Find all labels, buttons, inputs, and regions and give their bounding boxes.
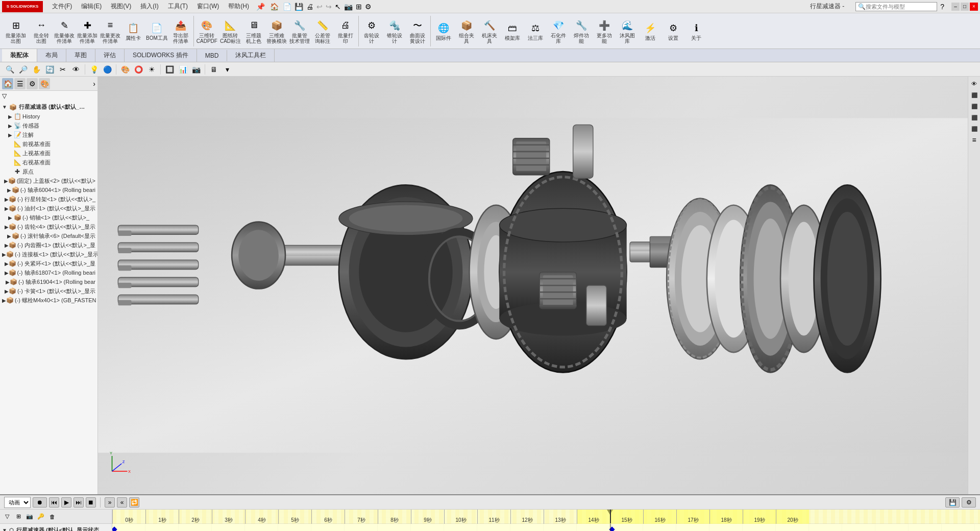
- select-icon[interactable]: ↖: [335, 3, 341, 11]
- tool-3d-cad[interactable]: 🎨 三维转CADPDF: [195, 17, 218, 45]
- minimize-button[interactable]: –: [951, 3, 960, 11]
- tool-tech-mgmt[interactable]: 🔧 批量管技术管理: [288, 17, 311, 45]
- lp-appear-icon[interactable]: 🎨: [39, 78, 50, 89]
- tool-surface[interactable]: 〜 曲面设黄设计: [406, 17, 429, 45]
- tree-item-bolt-m4x40[interactable]: ▶ 📦 (-) 螺栓M4x40<1> (GB_FASTEN: [0, 296, 97, 305]
- tree-item-sensors[interactable]: ▶ 📡 传感器: [0, 121, 97, 130]
- tree-item-planet-carrier[interactable]: ▶ 📦 (-) 行星转架<1> (默认<<默认>_: [0, 195, 97, 204]
- tl-filter-icon[interactable]: ▽: [2, 512, 12, 522]
- close-button[interactable]: ×: [970, 3, 978, 11]
- tree-item-needle-bearing[interactable]: ▶ 📦 (-) 滚针轴承<6> (Default<显示: [0, 231, 97, 240]
- maximize-button[interactable]: □: [961, 3, 969, 11]
- tool-batch-add2[interactable]: ✚ 批量添加件清单: [76, 17, 99, 45]
- tool-standard-lib[interactable]: ⚖ 法三库: [524, 20, 547, 42]
- tool-drawing[interactable]: 📐 图纸转CAD标注: [219, 17, 242, 45]
- view-scene-icon[interactable]: ⭕: [133, 64, 144, 75]
- tree-item-origin[interactable]: ▶ ✚ 原点: [0, 167, 97, 176]
- view-appearances-icon[interactable]: 🎨: [119, 64, 131, 75]
- tree-item-pin-shaft[interactable]: ▶ 📦 (-) 销轴<1> (默认<<默认>_: [0, 213, 97, 222]
- timeline-right-panel[interactable]: 0秒 1秒 2秒 3秒 4秒 5秒 6秒 7秒 8秒 9秒 10秒 11秒 12…: [112, 510, 980, 531]
- ri-color-icon[interactable]: ⬛: [969, 90, 979, 100]
- tool-chem-lib[interactable]: 💎 石化件库: [547, 17, 570, 45]
- tree-root-item[interactable]: ▼ 📦 行星减速器 (默认<默认_显示状态-1>: [0, 102, 97, 112]
- tool-more[interactable]: ➕ 更多功能: [593, 17, 616, 45]
- lp-home-icon[interactable]: 🏠: [2, 78, 13, 89]
- menu-tools[interactable]: 工具(T): [164, 1, 192, 12]
- tool-activate[interactable]: ⚡ 激活: [639, 20, 662, 42]
- ri-display-icon[interactable]: ⬛: [969, 112, 979, 123]
- tl-camera-icon[interactable]: 📷: [24, 512, 35, 522]
- view-zoom-icon[interactable]: 🔍: [4, 64, 15, 75]
- tool-print[interactable]: 🖨 批量打印: [334, 17, 357, 45]
- tree-filter-icon[interactable]: ▽: [2, 92, 7, 100]
- anim-stop-btn[interactable]: ⏹: [86, 497, 96, 508]
- tool-machine-fixture[interactable]: 🔨 机床夹具: [478, 17, 501, 45]
- tree-item-connect-plate[interactable]: ▶ 📦 (-) 连接板<1> (默认<<默认>_显示: [0, 250, 97, 259]
- tool-3d-color[interactable]: 🖥 三维题机上色: [242, 17, 265, 45]
- tree-item-annotations[interactable]: ▶ 📝 注解: [0, 130, 97, 139]
- tl-delete-icon[interactable]: 🗑: [47, 512, 57, 522]
- tool-mold-lib[interactable]: 🗃 模架库: [501, 20, 524, 42]
- ri-view-icon[interactable]: 👁: [969, 79, 979, 89]
- menu-file[interactable]: 文件(F): [48, 1, 76, 12]
- tree-item-snap-ring[interactable]: ▶ 📦 (-) 卡簧<1> (默认<<默认>_显示: [0, 286, 97, 296]
- anim-save-btn[interactable]: 💾: [945, 497, 960, 508]
- view-camera-icon[interactable]: 📷: [190, 64, 202, 75]
- anim-faster-btn[interactable]: »: [105, 497, 115, 508]
- view-zoom-select-icon[interactable]: 🔎: [17, 64, 29, 75]
- anim-loop-btn[interactable]: 🔁: [129, 497, 139, 508]
- quick-new[interactable]: 🏠: [270, 3, 279, 11]
- tl-key-icon[interactable]: 🔑: [36, 512, 46, 522]
- tree-root-expand[interactable]: ▼: [2, 104, 7, 110]
- anim-play-btn[interactable]: ▶: [61, 497, 71, 508]
- tool-weld[interactable]: 🔧 焊件功能: [570, 17, 593, 45]
- tab-mbd[interactable]: MBD: [197, 50, 228, 61]
- grid-icon[interactable]: ⊞: [356, 3, 362, 11]
- settings-icon[interactable]: ⚙: [365, 3, 372, 11]
- tool-export[interactable]: 📤 导出部件清单: [169, 17, 192, 45]
- tool-property-card[interactable]: 📋 属性卡: [122, 20, 144, 42]
- tab-assembly[interactable]: 装配体: [2, 49, 37, 62]
- tool-batch-add[interactable]: ⊞ 批量添加 出图: [2, 17, 30, 45]
- 3d-view-area[interactable]: X Y Z: [98, 77, 968, 494]
- quick-print[interactable]: 🖨: [306, 3, 313, 11]
- pin-icon[interactable]: 📌: [256, 3, 265, 11]
- tool-mufeng-lib[interactable]: 🌊 沐风图库: [616, 17, 639, 45]
- menu-window[interactable]: 窗口(W): [193, 1, 223, 12]
- view-display-icon[interactable]: 👁: [70, 64, 82, 75]
- ri-expand-icon[interactable]: ≡: [969, 135, 979, 145]
- menu-help[interactable]: 帮助(H): [224, 1, 253, 12]
- view-more-icon[interactable]: ▾: [222, 64, 233, 75]
- tree-item-clamp-ring[interactable]: ▶ 📦 (-) 夹紧环<1> (默认<<默认>_显: [0, 259, 97, 268]
- tree-item-top-plane[interactable]: ▶ 📐 上视基准面: [0, 149, 97, 158]
- tab-solidworks-plugins[interactable]: SOLIDWORKS 插件: [125, 49, 197, 62]
- ri-material-icon[interactable]: ⬛: [969, 101, 979, 111]
- quick-open[interactable]: 📄: [283, 3, 291, 11]
- view-lighting-icon[interactable]: ☀: [146, 64, 157, 75]
- tool-bom[interactable]: 📄 BOM工具: [145, 20, 169, 42]
- search-box[interactable]: 🔍: [855, 2, 937, 11]
- quick-save[interactable]: 💾: [295, 3, 303, 11]
- tool-batch-change[interactable]: ≡ 批量更改件清单: [99, 17, 121, 45]
- tree-item-bearing6004[interactable]: ▶ 📦 (-) 轴承6004<1> (Rolling beari: [0, 185, 97, 195]
- menu-insert[interactable]: 插入(I): [136, 1, 162, 12]
- animation-type-select[interactable]: 动画: [4, 497, 31, 508]
- tool-about[interactable]: ℹ 关于: [685, 20, 707, 42]
- tree-item-gear4[interactable]: ▶ 📦 (-) 齿轮<4> (默认<<默认>_显示: [0, 222, 97, 231]
- tree-item-oil-seal[interactable]: ▶ 📦 (-) 油封<1> (默认<<默认>_显示: [0, 204, 97, 213]
- tab-sketch[interactable]: 草图: [66, 49, 95, 62]
- tool-combo-fixture[interactable]: 📦 组合夹具: [455, 17, 478, 45]
- tab-mufeng-toolbar[interactable]: 沐风工具栏: [227, 49, 275, 62]
- view-perspective-icon[interactable]: 📊: [177, 64, 188, 75]
- tree-item-top-cover[interactable]: ▶ 📦 (固定) 上盖板<2> (默认<<默认>: [0, 176, 97, 185]
- tl-expand-icon[interactable]: ⊞: [13, 512, 23, 522]
- view-3d-icon[interactable]: 🔲: [164, 64, 175, 75]
- anim-next-btn[interactable]: ⏭: [74, 497, 84, 508]
- tl-root-item[interactable]: ▼ ⬡ 行星减速器 (默认<默认_显示状态: [0, 524, 112, 531]
- tree-item-bearing61807[interactable]: ▶ 📦 (-) 轴承61807<1> (Rolling beari: [0, 268, 97, 277]
- tab-layout[interactable]: 布局: [37, 49, 66, 62]
- tree-item-ring-gear[interactable]: ▶ 📦 (-) 内齿圈<1> (默认<<默认>_显: [0, 240, 97, 250]
- tool-settings[interactable]: ⚙ 设置: [662, 20, 684, 42]
- tool-bevel-gear[interactable]: 🔩 锥轮设计: [383, 17, 406, 45]
- view-section-icon[interactable]: ✂: [57, 64, 68, 75]
